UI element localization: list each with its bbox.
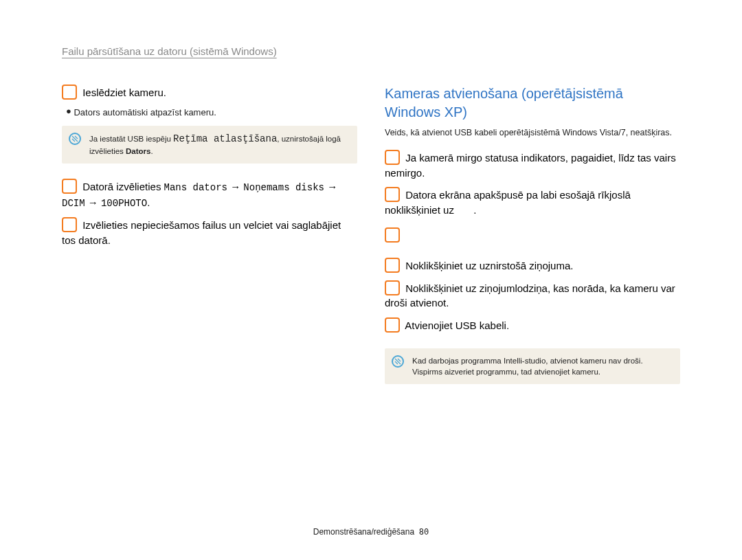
note2-line1: Kad darbojas programma Intelli-studio, a… <box>412 357 643 365</box>
step-4: Datorā izvēlieties Mans dators → Noņemam… <box>62 179 357 210</box>
right-column: Kameras atvienošana (operētājsistēmā Win… <box>385 85 680 399</box>
bullet-dot-icon: ● <box>66 106 71 116</box>
note1-bold: Dators <box>126 147 150 155</box>
step-number-icon <box>385 150 400 165</box>
step-number-icon <box>385 258 400 273</box>
right-step-3: Noklikšķiniet uz uznirstošā ziņojuma. <box>385 258 680 273</box>
right-step-2-text-b: . <box>473 204 476 216</box>
right-step-4: Noklikšķiniet uz ziņojumlodziņa, kas nor… <box>385 280 680 311</box>
step-3-text: Ieslēdziet kameru. <box>82 87 166 98</box>
step-number-icon <box>62 85 77 100</box>
note-box-1: Ja iestatāt USB iespēju Reţīma atlasţīša… <box>62 126 357 164</box>
header-section-title: Failu pārsūtīšana uz datoru (sistēmā Win… <box>62 45 680 57</box>
right-step-5: Atvienojiet USB kabeli. <box>385 317 680 333</box>
right-step-1: Ja kamerā mirgo statusa indikators, paga… <box>385 150 680 181</box>
right-step-4-text: Noklikšķiniet uz ziņojumlodziņa, kas nor… <box>385 282 675 309</box>
step-number-icon <box>385 187 400 202</box>
note1-text-a: Ja iestatāt USB iespēju <box>89 135 173 143</box>
arrow-icon: → <box>327 181 337 192</box>
step-4-path1: Mans dators <box>164 182 227 193</box>
step-4-end: . <box>147 197 150 208</box>
step-number-icon <box>62 179 77 194</box>
note1-mono: Reţīma atlasţīšana <box>173 133 277 144</box>
step-number-icon <box>62 217 77 232</box>
note1-end: . <box>151 147 153 155</box>
page: Failu pārsūtīšana uz datoru (sistēmā Win… <box>0 0 742 560</box>
note-box-2: Kad darbojas programma Intelli-studio, a… <box>385 348 680 384</box>
step-3: Ieslēdziet kameru. <box>62 85 357 100</box>
page-footer: Demonstrēšana/rediģēšana 80 <box>0 527 742 537</box>
right-step-3-text: Noklikšķiniet uz uznirstošā ziņojuma. <box>405 260 573 271</box>
arrow-icon: → <box>88 197 101 208</box>
step-2-illustration <box>385 227 680 243</box>
note-icon <box>69 133 81 145</box>
tray-click-icon <box>385 227 400 243</box>
right-subnote: Veids, kā atvienot USB kabeli operētājsi… <box>385 127 680 139</box>
right-step-1-text: Ja kamerā mirgo statusa indikators, paga… <box>385 152 676 179</box>
step-4-path3: DCIM <box>62 198 85 209</box>
step-5-text: Izvēlieties nepieciešamos failus un velc… <box>62 219 341 246</box>
step-4-path4: 100PHOTO <box>101 198 147 209</box>
note2-line2: Vispirms aizveriet programmu, tad atvien… <box>412 368 600 376</box>
arrow-icon: → <box>230 181 243 192</box>
step-4-path2: Noņemams disks <box>243 182 324 193</box>
page-number: 80 <box>419 527 429 537</box>
step-4-prefix: Datorā izvēlieties <box>82 181 164 192</box>
step-3-bullet-text: Dators automātiski atpazīst kameru. <box>74 107 216 117</box>
content-columns: Ieslēdziet kameru. ● Dators automātiski … <box>62 85 680 399</box>
left-column: Ieslēdziet kameru. ● Dators automātiski … <box>62 85 357 399</box>
step-5: Izvēlieties nepieciešamos failus un velc… <box>62 217 357 248</box>
footer-label: Demonstrēšana/rediģēšana <box>313 527 414 537</box>
step-number-icon <box>385 317 400 333</box>
right-step-2: Datora ekrāna apakšpusē pa labi esošajā … <box>385 187 680 218</box>
step-3-bullet: ● Dators automātiski atpazīst kameru. <box>66 107 357 117</box>
right-step-5-text: Atvienojiet USB kabeli. <box>405 320 509 331</box>
step-number-icon <box>385 280 400 295</box>
right-step-2-text-a: Datora ekrāna apakšpusē pa labi esošajā … <box>385 189 631 216</box>
right-section-title: Kameras atvienošana (operētājsistēmā Win… <box>385 85 680 122</box>
note-icon <box>392 355 404 368</box>
